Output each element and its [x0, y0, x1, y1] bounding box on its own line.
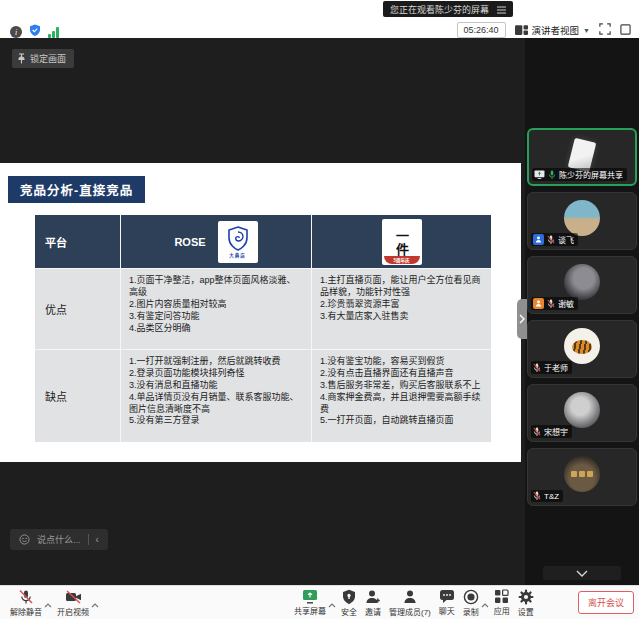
comparison-table: 平台 ROSE 大典店 一件 5周年庆 优点 1.页面干净整洁，app [35, 215, 490, 442]
signal-strength-icon[interactable] [48, 27, 59, 38]
pin-view-label: 锁定画面 [30, 52, 66, 65]
watching-banner[interactable]: 您正在观看陈少芬的屏幕 [383, 1, 513, 17]
row-label-advantages: 优点 [35, 269, 120, 349]
share-screen-button[interactable]: 共享屏幕 [290, 589, 330, 616]
view-mode-selector[interactable]: 演讲者视图 ▼ [515, 23, 590, 37]
security-button[interactable]: 安全 [337, 589, 361, 617]
meeting-toolbar: 解除静音 开启视频 共享屏幕 安全 邀请 [0, 585, 639, 619]
role-badge-icon [533, 234, 544, 245]
manage-members-label: 管理成员(7) [389, 606, 431, 617]
chevron-right-icon [519, 314, 525, 324]
window-mode-icon[interactable] [620, 21, 631, 39]
apps-label: 应用 [494, 605, 510, 616]
participant-name: 谢敏 [558, 298, 574, 309]
screen-share-icon [534, 170, 545, 179]
video-tile[interactable]: 宋想宇 [527, 384, 637, 442]
share-options-chevron-icon[interactable] [327, 594, 337, 612]
avatar [564, 200, 600, 236]
leave-meeting-button[interactable]: 离开会议 [578, 591, 634, 614]
chat-button[interactable]: 聊天 [435, 589, 459, 616]
fullscreen-icon[interactable] [599, 21, 611, 39]
microphone-on-icon [548, 170, 556, 180]
disadvantages-rose-cell: 1.一打开就强制注册，然后就跳转收费 2.登录页面功能模块排列奇怪 3.没有消息… [121, 350, 311, 442]
onepiece-logo-text: 一件 [395, 229, 408, 257]
chat-quick-bar[interactable]: 说点什么... ‹ [10, 529, 108, 550]
participant-name: 谈飞 [558, 234, 574, 245]
apps-button[interactable]: 应用 [490, 589, 514, 616]
unmute-button[interactable]: 解除静音 [6, 589, 46, 617]
avatar [564, 328, 600, 364]
video-options-chevron-icon[interactable] [90, 594, 100, 612]
scroll-participants-down-button[interactable] [543, 566, 621, 580]
avatar [564, 264, 600, 300]
participant-name-bar: T&Z [531, 490, 563, 502]
rose-logo-caption: 大典店 [229, 252, 246, 258]
video-tile[interactable]: 谈飞 [527, 192, 637, 250]
gear-icon [518, 589, 534, 605]
participant-name: 宋想宇 [544, 426, 568, 437]
record-icon [463, 589, 479, 605]
divider [88, 534, 89, 545]
invite-label: 邀请 [365, 606, 381, 617]
meeting-timer: 05:26:40 [457, 22, 506, 38]
info-icon[interactable]: i [10, 26, 22, 38]
record-label: 录制 [463, 606, 479, 617]
chat-collapse-icon[interactable]: ‹ [96, 534, 99, 545]
settings-label: 设置 [518, 606, 534, 617]
toolbar-left-group: 解除静音 开启视频 [6, 589, 100, 617]
presentation-slide: 竞品分析-直接竞品 平台 ROSE 大典店 一件 5周年庆 [0, 163, 521, 462]
table-header-onepiece: 一件 5周年庆 [312, 215, 491, 268]
banner-menu-icon[interactable] [497, 0, 506, 18]
invite-person-icon [365, 589, 381, 605]
chat-label: 聊天 [439, 605, 455, 616]
unmute-options-chevron-icon[interactable] [43, 594, 53, 612]
emoji-icon[interactable] [19, 534, 30, 545]
pin-icon [17, 53, 26, 64]
onepiece-logo: 一件 5周年庆 [382, 219, 422, 265]
video-tile[interactable]: T&Z [527, 448, 637, 506]
rose-label: ROSE [174, 236, 205, 248]
manage-members-button[interactable]: 管理成员(7) [385, 589, 435, 617]
security-label: 安全 [341, 606, 357, 617]
table-header-rose: ROSE 大典店 [121, 215, 311, 268]
video-tile[interactable]: 谢敏 [527, 256, 637, 314]
settings-button[interactable]: 设置 [514, 589, 538, 617]
microphone-muted-icon [547, 299, 555, 309]
disadvantages-onepiece-cell: 1.没有鉴宝功能，容易买到假货 2.没有点击直播界面还有直播声音 3.售后服务非… [312, 350, 491, 442]
slide-title: 竞品分析-直接竞品 [8, 176, 145, 203]
onepiece-logo-ribbon: 5周年庆 [384, 256, 420, 264]
role-badge-icon [533, 298, 544, 309]
video-tile-screen-share[interactable]: 陈少芬的屏幕共享 [527, 128, 637, 186]
participant-name-bar: 谈飞 [531, 233, 578, 246]
share-screen-icon [302, 589, 318, 604]
microphone-muted-icon [533, 363, 541, 373]
microphone-muted-icon [533, 427, 541, 437]
participant-name-bar: 谢敏 [531, 297, 578, 310]
start-video-label: 开启视频 [57, 606, 89, 617]
advantages-rose-cell: 1.页面干净整洁，app整体页面风格淡雅、高级 2.图片内容质量相对较高 3.有… [121, 269, 311, 349]
sidebar-collapse-handle[interactable] [517, 299, 527, 339]
advantages-onepiece-cell: 1.主打直播页面，能让用户全方位看见商品样貌，功能针对性强 2.珍贵翡翠资源丰富… [312, 269, 491, 349]
share-screen-label: 共享屏幕 [294, 605, 326, 616]
members-icon [402, 589, 418, 605]
row-label-disadvantages: 缺点 [35, 350, 120, 442]
video-tile[interactable]: 于老师 [527, 320, 637, 378]
security-shield-icon [342, 589, 356, 605]
participant-name: 陈少芬的屏幕共享 [559, 169, 623, 180]
record-options-chevron-icon[interactable] [480, 594, 490, 612]
meeting-window: 您正在观看陈少芬的屏幕 i 05:26:40 演讲者视图 ▼ 锁定画面 [0, 0, 639, 619]
chat-input-placeholder[interactable]: 说点什么... [37, 533, 81, 546]
participant-name: T&Z [544, 492, 559, 501]
invite-button[interactable]: 邀请 [361, 589, 385, 617]
chat-bubble-icon [439, 589, 455, 604]
apps-grid-icon [494, 589, 509, 604]
topbar-controls: 05:26:40 演讲者视图 ▼ [457, 21, 632, 39]
avatar [564, 456, 600, 492]
pin-view-button[interactable]: 锁定画面 [12, 49, 74, 68]
avatar [564, 392, 600, 428]
participant-name-bar: 于老师 [531, 361, 572, 374]
participant-name-bar: 宋想宇 [531, 425, 572, 438]
table-header-platform: 平台 [35, 215, 120, 268]
start-video-button[interactable]: 开启视频 [53, 589, 93, 617]
camera-muted-icon [65, 589, 82, 605]
